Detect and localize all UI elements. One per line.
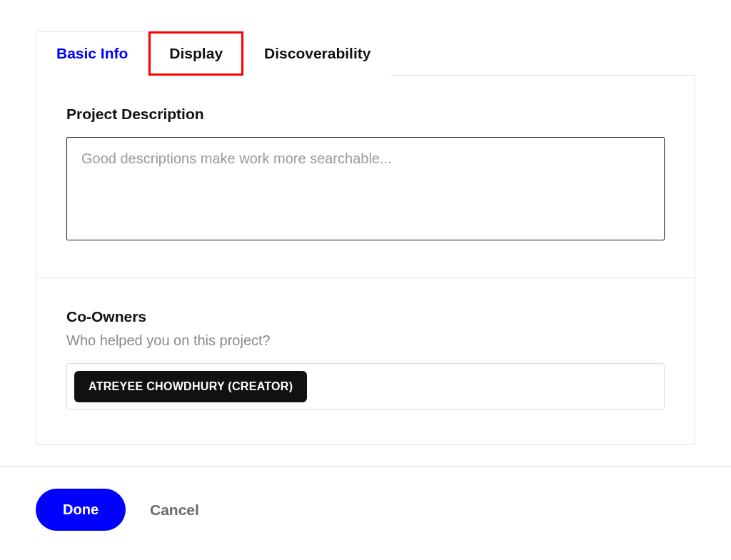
footer: Done Cancel xyxy=(0,467,731,552)
tab-display[interactable]: Display xyxy=(148,31,243,76)
section-coowners: Co-Owners Who helped you on this project… xyxy=(36,278,695,444)
tab-discoverability[interactable]: Discoverability xyxy=(243,31,391,76)
description-textarea[interactable] xyxy=(66,137,665,240)
coowner-chip[interactable]: ATREYEE CHOWDHURY (CREATOR) xyxy=(74,371,307,402)
coowners-subtitle: Who helped you on this project? xyxy=(66,332,665,349)
description-title: Project Description xyxy=(66,106,665,123)
tab-basic-info[interactable]: Basic Info xyxy=(36,31,148,76)
coowners-title: Co-Owners xyxy=(66,308,665,325)
coowners-input[interactable]: ATREYEE CHOWDHURY (CREATOR) xyxy=(66,363,665,410)
done-button[interactable]: Done xyxy=(36,489,126,531)
tabs: Basic Info Display Discoverability xyxy=(36,31,695,76)
cancel-button[interactable]: Cancel xyxy=(150,502,199,519)
panel-basic-info: Project Description Co-Owners Who helped… xyxy=(36,76,695,445)
section-description: Project Description xyxy=(36,76,695,278)
